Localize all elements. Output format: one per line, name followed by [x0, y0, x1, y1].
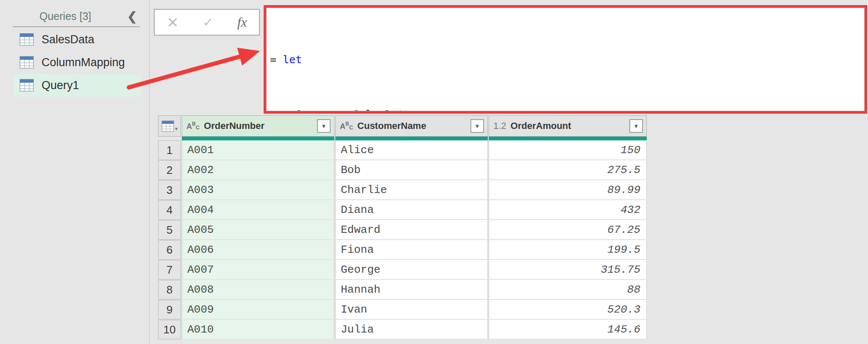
query-item-query1-selected[interactable]: Query1 — [13, 74, 141, 97]
formula-highlight-box: = let Source = SalesData, RenameMap = Co… — [264, 5, 867, 114]
query-item-columnmapping[interactable]: ColumnMapping — [13, 51, 141, 74]
table-cell[interactable]: 89.99 — [489, 180, 647, 200]
table-icon — [19, 33, 34, 46]
queries-pane-title: Queries [3] — [39, 10, 91, 22]
table-cell[interactable]: A009 — [182, 300, 334, 319]
power-query-editor: Queries [3] ❮ SalesData ColumnMapping — [0, 0, 868, 344]
text-type-icon: ABC — [186, 121, 200, 131]
table-cell[interactable]: Bob — [335, 160, 488, 180]
column-label: OrderNumber — [204, 120, 317, 131]
table-cell[interactable]: 199.5 — [489, 240, 647, 260]
column-orderamount: 1.2 OrderAmount ▼ 150 275.5 89.99 432 67… — [489, 115, 647, 340]
row-number[interactable]: 6 — [158, 240, 181, 260]
filter-arrow-icon: ▼ — [475, 123, 480, 129]
column-accent-bar — [489, 137, 647, 140]
table-cell[interactable]: 520.3 — [489, 300, 647, 319]
table-icon — [19, 56, 34, 69]
filter-arrow-icon: ▼ — [321, 123, 327, 129]
table-cell[interactable]: 150 — [489, 140, 647, 160]
table-cell[interactable]: Alice — [335, 140, 488, 160]
row-number[interactable]: 8 — [158, 280, 181, 299]
row-number[interactable]: 1 — [158, 140, 181, 160]
row-number-gutter: ▾ 1 2 3 4 5 6 7 8 9 10 — [158, 115, 181, 340]
query-item-label: Query1 — [42, 79, 79, 92]
row-number[interactable]: 5 — [158, 220, 181, 240]
table-cell[interactable]: Diana — [335, 200, 488, 220]
pane-divider — [149, 0, 150, 344]
table-cell[interactable]: 432 — [489, 200, 647, 220]
filter-dropdown-button[interactable]: ▼ — [470, 119, 484, 133]
row-number[interactable]: 9 — [158, 300, 181, 319]
code-line: Source = SalesData, — [270, 105, 864, 111]
pane-title-underline — [13, 26, 140, 27]
table-cell[interactable]: A010 — [182, 320, 334, 339]
column-accent-bar — [335, 137, 488, 140]
column-header-customername[interactable]: ABC CustomerName ▼ — [335, 115, 488, 137]
row-number[interactable]: 4 — [158, 200, 181, 220]
filter-dropdown-button[interactable]: ▼ — [629, 119, 643, 133]
table-cell[interactable]: A007 — [182, 260, 334, 280]
cancel-icon[interactable]: ✕ — [167, 14, 179, 31]
table-cell[interactable]: A003 — [182, 180, 334, 200]
table-icon — [161, 120, 174, 132]
column-accent-bar — [182, 137, 334, 140]
table-cell[interactable]: 315.75 — [489, 260, 647, 280]
column-header-orderamount[interactable]: 1.2 OrderAmount ▼ — [489, 115, 647, 137]
table-corner-button[interactable]: ▾ — [158, 115, 181, 137]
query-item-salesdata[interactable]: SalesData — [13, 28, 141, 51]
formula-input[interactable]: = let Source = SalesData, RenameMap = Co… — [266, 8, 865, 111]
table-cell[interactable]: Hannah — [335, 280, 488, 299]
code-line: = let — [270, 50, 864, 69]
table-cell[interactable]: A004 — [182, 200, 334, 220]
column-label: CustomerName — [357, 120, 470, 131]
corner-dropdown-icon: ▾ — [175, 126, 178, 132]
table-cell[interactable]: Charlie — [335, 180, 488, 200]
column-ordernumber: ABC OrderNumber ▼ A001 A002 A003 A004 A0… — [182, 115, 334, 340]
table-cell[interactable]: 275.5 — [489, 160, 647, 180]
query-item-label: ColumnMapping — [42, 56, 125, 69]
fx-icon[interactable]: fx — [237, 14, 247, 30]
table-icon — [19, 79, 34, 92]
number-type-icon: 1.2 — [493, 120, 506, 131]
row-number[interactable]: 2 — [158, 160, 181, 180]
gutter-spacer — [158, 137, 181, 140]
table-cell[interactable]: A008 — [182, 280, 334, 299]
table-cell[interactable]: Julia — [335, 320, 488, 339]
table-cell[interactable]: A006 — [182, 240, 334, 260]
table-cell[interactable]: A005 — [182, 220, 334, 240]
column-header-ordernumber[interactable]: ABC OrderNumber ▼ — [182, 115, 334, 137]
table-cell[interactable]: A002 — [182, 160, 334, 180]
table-cell[interactable]: Edward — [335, 220, 488, 240]
table-cell[interactable]: 145.6 — [489, 320, 647, 339]
filter-arrow-icon: ▼ — [634, 123, 639, 129]
table-cell[interactable]: George — [335, 260, 488, 280]
row-number[interactable]: 7 — [158, 260, 181, 280]
collapse-pane-icon[interactable]: ❮ — [127, 9, 137, 23]
table-cell[interactable]: A001 — [182, 140, 334, 160]
row-number[interactable]: 3 — [158, 180, 181, 200]
table-cell[interactable]: 88 — [489, 280, 647, 299]
table-cell[interactable]: Ivan — [335, 300, 488, 319]
column-customername: ABC CustomerName ▼ Alice Bob Charlie Dia… — [335, 115, 488, 340]
filter-dropdown-button[interactable]: ▼ — [317, 119, 331, 133]
table-cell[interactable]: Fiona — [335, 240, 488, 260]
table-cell[interactable]: 67.25 — [489, 220, 647, 240]
text-type-icon: ABC — [340, 121, 353, 131]
commit-icon[interactable]: ✓ — [203, 15, 213, 30]
row-number[interactable]: 10 — [158, 320, 181, 339]
query-item-label: SalesData — [42, 33, 95, 46]
formula-bar-buttons: ✕ ✓ fx — [154, 9, 260, 36]
column-label: OrderAmount — [511, 120, 629, 131]
